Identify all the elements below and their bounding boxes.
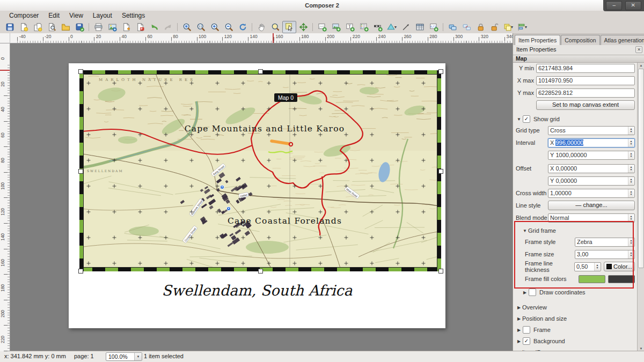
section-overview[interactable]: ▶Overview — [516, 304, 635, 311]
draw-coordinates-expander-icon[interactable]: ▶ — [522, 290, 528, 295]
spin-arrows-icon[interactable]: ▲▼ — [628, 250, 634, 258]
frame-size-input[interactable]: 3,00▲▼ — [575, 250, 635, 259]
draw-coordinates-checkbox[interactable] — [529, 289, 536, 296]
selection-handle[interactable] — [78, 169, 83, 174]
refresh-button[interactable] — [236, 21, 250, 33]
menu-layout[interactable]: Layout — [88, 11, 117, 21]
zoom-in-button[interactable] — [208, 21, 222, 33]
show-grid-checkbox[interactable]: ✓ — [523, 115, 530, 123]
load-template-button[interactable] — [58, 21, 72, 33]
tab-composition[interactable]: Composition — [561, 35, 599, 45]
y-max-input[interactable]: 6228529.812 — [536, 88, 635, 98]
page-title-label[interactable]: Swellendam, South Africa — [69, 282, 445, 299]
y-min-input[interactable]: 6217483.984 — [536, 64, 635, 73]
blend-mode-select[interactable]: Normal▲▼ — [548, 213, 635, 223]
add-image-button[interactable] — [329, 21, 343, 33]
selection-handle[interactable] — [438, 169, 443, 174]
dropdown-caret-icon[interactable]: ▼ — [510, 25, 514, 29]
combo-arrows-icon[interactable]: ▲▼ — [628, 214, 634, 222]
scroll-up-icon[interactable]: ▲ — [638, 63, 644, 68]
add-shape-button[interactable]: ▼ — [385, 21, 399, 33]
menu-settings[interactable]: Settings — [117, 11, 150, 21]
expander-icon[interactable]: ▶ — [516, 305, 522, 310]
frame-fill-color-2[interactable] — [608, 275, 635, 283]
section-background[interactable]: ▶✓Background — [516, 337, 635, 345]
combo-arrows-icon[interactable]: ▲▼ — [628, 238, 634, 246]
frame-color-button[interactable]: Color... — [604, 262, 635, 271]
new-composer-button[interactable] — [17, 21, 31, 33]
menu-composer[interactable]: Composer — [4, 11, 43, 21]
map-item[interactable]: Voortrek StraatCooper StraatBerg StraatG… — [79, 70, 441, 271]
spin-arrows-icon[interactable]: ▲▼ — [628, 139, 634, 147]
selection-handle[interactable] — [258, 69, 263, 74]
selection-handle[interactable] — [78, 269, 83, 274]
minimize-button[interactable]: – — [606, 1, 622, 10]
duplicate-composer-button[interactable] — [31, 21, 45, 33]
spin-arrows-icon[interactable]: ▲▼ — [628, 165, 634, 173]
window-titlebar[interactable]: Composer 2 — [0, 0, 644, 11]
section-frame[interactable]: ▶Frame — [516, 326, 635, 334]
group-items-button[interactable] — [445, 21, 459, 33]
export-pdf-button[interactable] — [133, 21, 147, 33]
export-image-button[interactable] — [105, 21, 119, 33]
menu-view[interactable]: View — [64, 11, 88, 21]
zoom-dropdown-icon[interactable]: ▼ — [134, 353, 142, 360]
composer-manager-button[interactable] — [45, 21, 58, 33]
offset-x-input[interactable]: X 0,00000▲▼ — [548, 164, 635, 173]
composition-page[interactable]: Voortrek StraatCooper StraatBerg StraatG… — [69, 63, 445, 328]
interval-x-input[interactable]: X 996,00000▲▼ — [548, 138, 635, 147]
panel-scrollbar[interactable]: ▲ ▼ — [637, 63, 644, 351]
expander-icon[interactable]: ▶ — [516, 316, 522, 321]
selection-handle[interactable] — [258, 269, 263, 274]
ungroup-items-button[interactable] — [459, 21, 473, 33]
section-position-and-size[interactable]: ▶Position and size — [516, 315, 635, 322]
print-button[interactable] — [91, 21, 105, 33]
tab-item-properties[interactable]: Item Properties — [515, 35, 560, 46]
add-map-button[interactable] — [315, 21, 329, 33]
zoom-tool-button[interactable] — [268, 21, 282, 33]
selection-handle[interactable] — [438, 269, 443, 274]
spin-arrows-icon[interactable]: ▲▼ — [628, 151, 634, 159]
zoom-full-button[interactable] — [180, 21, 194, 33]
composition-canvas[interactable]: Voortrek StraatCooper StraatBerg StraatG… — [10, 43, 513, 351]
add-legend-button[interactable] — [357, 21, 371, 33]
add-html-button[interactable]: </> — [427, 21, 441, 33]
spin-arrows-icon[interactable]: ▲▼ — [628, 189, 634, 197]
grid-frame-expander-icon[interactable]: ▼ — [522, 228, 528, 233]
add-label-button[interactable]: T — [343, 21, 357, 33]
selection-handle[interactable] — [438, 69, 443, 74]
show-grid-expander-icon[interactable]: ▼ — [516, 117, 522, 122]
dropdown-caret-icon[interactable]: ▼ — [524, 25, 528, 29]
raise-items-button[interactable]: ▼ — [501, 21, 515, 33]
redo-button[interactable] — [161, 21, 175, 33]
interval-y-input[interactable]: Y 1000,00000▲▼ — [548, 151, 635, 160]
frame-checkbox[interactable] — [523, 326, 530, 334]
save-button[interactable] — [3, 21, 17, 33]
set-to-map-canvas-extent-button[interactable]: Set to map canvas extent — [536, 100, 635, 110]
align-items-button[interactable]: ▼ — [515, 21, 529, 33]
spin-arrows-icon[interactable]: ▲▼ — [594, 263, 600, 271]
add-arrow-button[interactable] — [399, 21, 413, 33]
grid-type-select[interactable]: Cross▲▼ — [548, 126, 635, 135]
add-scalebar-button[interactable] — [371, 21, 385, 33]
x-max-input[interactable]: 1014970.950 — [536, 76, 635, 85]
expander-icon[interactable]: ▶ — [516, 339, 522, 344]
pan-button[interactable] — [254, 21, 268, 33]
undo-button[interactable] — [147, 21, 161, 33]
export-svg-button[interactable] — [119, 21, 133, 33]
tab-atlas-generation[interactable]: Atlas generation — [601, 35, 644, 45]
frame-fill-color-1[interactable] — [579, 275, 605, 283]
cross-width-input[interactable]: 1,00000▲▼ — [548, 189, 635, 198]
add-table-button[interactable] — [413, 21, 427, 33]
menu-edit[interactable]: Edit — [43, 11, 64, 21]
offset-y-input[interactable]: Y 0,00000▲▼ — [548, 176, 635, 186]
selection-handle[interactable] — [78, 69, 83, 74]
zoom-out-button[interactable] — [222, 21, 236, 33]
expander-icon[interactable]: ▶ — [516, 328, 522, 333]
move-content-button[interactable] — [296, 21, 310, 33]
panel-close-icon[interactable]: ✕ — [635, 46, 642, 53]
dropdown-caret-icon[interactable]: ▼ — [394, 25, 398, 29]
frame-style-select[interactable]: Zebra▲▼ — [575, 238, 635, 247]
zoom-level-combo[interactable]: 100.0% ▼ — [106, 352, 142, 361]
frame-line-thickness-input[interactable]: 0,50▲▼ — [574, 262, 601, 271]
